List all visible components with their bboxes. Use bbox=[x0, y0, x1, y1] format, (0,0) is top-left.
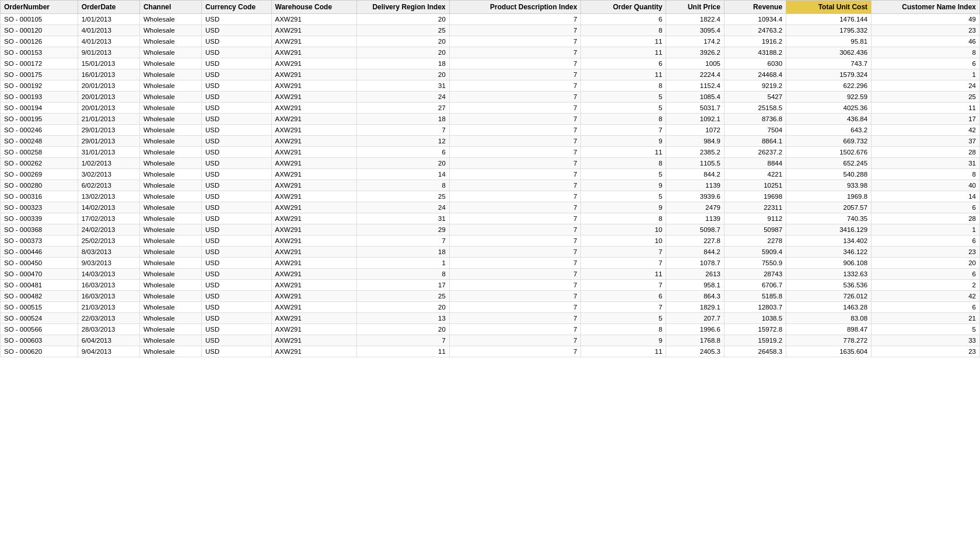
column-header-customerNameIndex[interactable]: Customer Name Index bbox=[872, 1, 980, 14]
cell-revenue: 28743 bbox=[724, 269, 786, 280]
cell-unitPrice: 864.3 bbox=[666, 291, 724, 302]
cell-customerNameIndex: 6 bbox=[872, 235, 980, 247]
cell-channel: Wholesale bbox=[139, 346, 201, 357]
cell-orderDate: 1/01/2013 bbox=[78, 14, 139, 25]
table-row: SO - 00047014/03/2013WholesaleUSDAXW2918… bbox=[1, 269, 980, 280]
cell-warehouseCode: AXW291 bbox=[271, 80, 356, 92]
cell-orderQuantity: 6 bbox=[581, 58, 666, 69]
cell-channel: Wholesale bbox=[139, 302, 201, 313]
cell-customerNameIndex: 14 bbox=[872, 191, 980, 202]
cell-currencyCode: USD bbox=[202, 235, 271, 247]
cell-totalUnitCost: 2057.57 bbox=[786, 202, 872, 213]
table-row: SO - 00031613/02/2013WholesaleUSDAXW2912… bbox=[1, 191, 980, 202]
column-header-revenue[interactable]: Revenue bbox=[724, 1, 786, 14]
cell-channel: Wholesale bbox=[139, 25, 201, 36]
column-header-orderNumber[interactable]: OrderNumber bbox=[1, 1, 78, 14]
table-row: SO - 0006209/04/2013WholesaleUSDAXW29111… bbox=[1, 346, 980, 357]
cell-channel: Wholesale bbox=[139, 14, 201, 25]
cell-warehouseCode: AXW291 bbox=[271, 69, 356, 80]
cell-orderNumber: SO - 000153 bbox=[1, 47, 78, 58]
cell-channel: Wholesale bbox=[139, 180, 201, 191]
cell-productDescriptionIndex: 7 bbox=[449, 280, 581, 291]
table-row: SO - 0001204/01/2013WholesaleUSDAXW29125… bbox=[1, 25, 980, 36]
column-header-orderQuantity[interactable]: Order Quantity bbox=[581, 1, 666, 14]
cell-orderDate: 29/01/2013 bbox=[78, 125, 139, 136]
cell-currencyCode: USD bbox=[202, 324, 271, 335]
cell-unitPrice: 207.7 bbox=[666, 313, 724, 324]
cell-revenue: 12803.7 bbox=[724, 302, 786, 313]
cell-currencyCode: USD bbox=[202, 346, 271, 357]
cell-channel: Wholesale bbox=[139, 269, 201, 280]
cell-currencyCode: USD bbox=[202, 313, 271, 324]
cell-deliveryRegionIndex: 25 bbox=[356, 191, 449, 202]
table-row: SO - 0001264/01/2013WholesaleUSDAXW29120… bbox=[1, 36, 980, 47]
column-header-channel[interactable]: Channel bbox=[139, 1, 201, 14]
column-header-orderDate[interactable]: OrderDate bbox=[78, 1, 139, 14]
cell-totalUnitCost: 1476.144 bbox=[786, 14, 872, 25]
column-header-currencyCode[interactable]: Currency Code bbox=[202, 1, 271, 14]
cell-orderDate: 6/02/2013 bbox=[78, 180, 139, 191]
cell-deliveryRegionIndex: 7 bbox=[356, 235, 449, 247]
cell-deliveryRegionIndex: 18 bbox=[356, 58, 449, 69]
table-row: SO - 00019521/01/2013WholesaleUSDAXW2911… bbox=[1, 114, 980, 125]
cell-deliveryRegionIndex: 25 bbox=[356, 291, 449, 302]
cell-orderNumber: SO - 000246 bbox=[1, 125, 78, 136]
cell-orderNumber: SO - 000105 bbox=[1, 14, 78, 25]
cell-unitPrice: 2479 bbox=[666, 202, 724, 213]
cell-channel: Wholesale bbox=[139, 125, 201, 136]
cell-channel: Wholesale bbox=[139, 313, 201, 324]
cell-channel: Wholesale bbox=[139, 258, 201, 269]
cell-deliveryRegionIndex: 18 bbox=[356, 114, 449, 125]
cell-currencyCode: USD bbox=[202, 47, 271, 58]
cell-orderQuantity: 5 bbox=[581, 191, 666, 202]
cell-orderNumber: SO - 000566 bbox=[1, 324, 78, 335]
cell-revenue: 4221 bbox=[724, 169, 786, 180]
cell-orderNumber: SO - 000373 bbox=[1, 235, 78, 247]
cell-deliveryRegionIndex: 20 bbox=[356, 324, 449, 335]
cell-productDescriptionIndex: 7 bbox=[449, 269, 581, 280]
column-header-warehouseCode[interactable]: Warehouse Code bbox=[271, 1, 356, 14]
cell-totalUnitCost: 540.288 bbox=[786, 169, 872, 180]
cell-revenue: 7504 bbox=[724, 125, 786, 136]
table-row: SO - 00024629/01/2013WholesaleUSDAXW2917… bbox=[1, 125, 980, 136]
cell-revenue: 10251 bbox=[724, 180, 786, 191]
cell-totalUnitCost: 1463.28 bbox=[786, 302, 872, 313]
cell-warehouseCode: AXW291 bbox=[271, 125, 356, 136]
cell-channel: Wholesale bbox=[139, 69, 201, 80]
cell-customerNameIndex: 33 bbox=[872, 335, 980, 346]
cell-customerNameIndex: 8 bbox=[872, 47, 980, 58]
column-header-productDescriptionIndex[interactable]: Product Description Index bbox=[449, 1, 581, 14]
cell-channel: Wholesale bbox=[139, 58, 201, 69]
cell-orderNumber: SO - 000258 bbox=[1, 147, 78, 158]
cell-warehouseCode: AXW291 bbox=[271, 269, 356, 280]
cell-totalUnitCost: 778.272 bbox=[786, 335, 872, 346]
cell-orderDate: 4/01/2013 bbox=[78, 36, 139, 47]
cell-currencyCode: USD bbox=[202, 92, 271, 103]
cell-revenue: 26237.2 bbox=[724, 147, 786, 158]
cell-channel: Wholesale bbox=[139, 202, 201, 213]
cell-deliveryRegionIndex: 17 bbox=[356, 280, 449, 291]
cell-warehouseCode: AXW291 bbox=[271, 25, 356, 36]
cell-orderQuantity: 11 bbox=[581, 36, 666, 47]
cell-revenue: 8844 bbox=[724, 158, 786, 169]
column-header-totalUnitCost[interactable]: Total Unit Cost bbox=[786, 1, 872, 14]
cell-orderNumber: SO - 000195 bbox=[1, 114, 78, 125]
cell-totalUnitCost: 743.7 bbox=[786, 58, 872, 69]
cell-productDescriptionIndex: 7 bbox=[449, 136, 581, 147]
cell-deliveryRegionIndex: 20 bbox=[356, 47, 449, 58]
cell-productDescriptionIndex: 7 bbox=[449, 58, 581, 69]
cell-unitPrice: 227.8 bbox=[666, 235, 724, 247]
cell-unitPrice: 2613 bbox=[666, 269, 724, 280]
cell-orderQuantity: 8 bbox=[581, 324, 666, 335]
cell-orderDate: 20/01/2013 bbox=[78, 80, 139, 92]
cell-orderQuantity: 11 bbox=[581, 69, 666, 80]
data-table: OrderNumberOrderDateChannelCurrency Code… bbox=[0, 0, 980, 357]
column-header-deliveryRegionIndex[interactable]: Delivery Region Index bbox=[356, 1, 449, 14]
cell-orderNumber: SO - 000269 bbox=[1, 169, 78, 180]
cell-deliveryRegionIndex: 6 bbox=[356, 147, 449, 158]
cell-orderNumber: SO - 000470 bbox=[1, 269, 78, 280]
cell-deliveryRegionIndex: 18 bbox=[356, 247, 449, 258]
column-header-unitPrice[interactable]: Unit Price bbox=[666, 1, 724, 14]
cell-orderDate: 15/01/2013 bbox=[78, 58, 139, 69]
cell-channel: Wholesale bbox=[139, 247, 201, 258]
